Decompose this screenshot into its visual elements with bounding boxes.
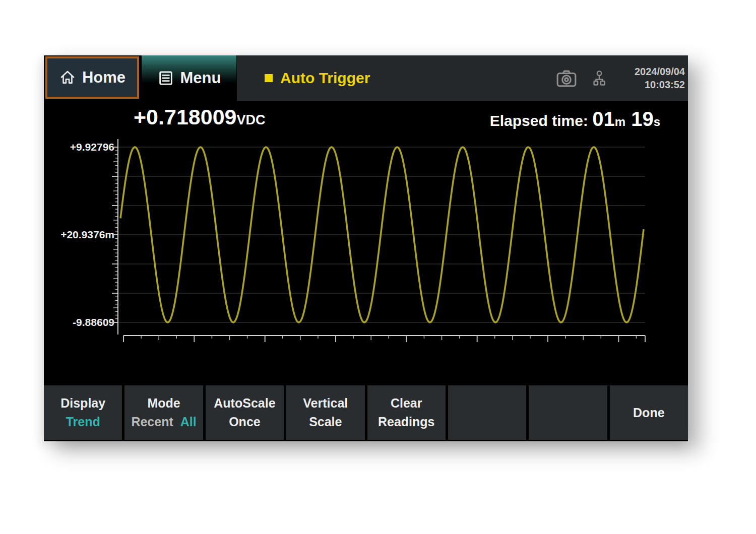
elapsed-minutes-unit: m	[615, 115, 625, 128]
list-icon	[157, 70, 174, 87]
measurement-value: +0.718009	[134, 105, 236, 129]
top-bar: Home Menu Auto Trigger	[44, 55, 688, 101]
trigger-status: Auto Trigger	[265, 55, 370, 101]
elapsed-seconds: 19	[631, 108, 654, 130]
page: { "header": { "home_label": "Home", "men…	[0, 0, 756, 534]
softkey-line: Scale	[305, 413, 345, 431]
softkey-done[interactable]: Done	[610, 385, 688, 440]
menu-label: Menu	[180, 69, 221, 87]
softkey-mode[interactable]: ModeRecentAll	[124, 385, 203, 440]
softkey-line: RecentAll	[128, 413, 200, 431]
softkey-line: Readings	[374, 413, 438, 431]
measurement-readout: +0.718009VDC	[134, 105, 265, 129]
trigger-label: Auto Trigger	[280, 70, 370, 87]
softkey-line: Vertical	[299, 394, 351, 413]
datetime-display: 2024/09/04 10:03:52	[604, 65, 685, 91]
camera-icon[interactable]	[555, 69, 578, 91]
softkey-display[interactable]: DisplayTrend	[44, 385, 122, 440]
softkey-empty-2	[529, 385, 607, 440]
softkey-line: AutoScale	[210, 394, 279, 413]
softkey-line: Done	[629, 404, 668, 422]
elapsed-label: Elapsed time:	[490, 112, 588, 129]
softkey-line: Display	[57, 394, 109, 413]
trend-chart	[44, 136, 688, 358]
softkey-line: Clear	[387, 394, 426, 413]
home-button[interactable]: Home	[45, 56, 139, 99]
date-text: 2024/09/04	[604, 65, 685, 78]
softkey-line: Mode	[144, 394, 183, 413]
dmm-screen: Home Menu Auto Trigger	[44, 55, 688, 441]
square-bullet-icon	[265, 74, 273, 82]
softkey-line: Once	[225, 413, 264, 431]
time-text: 10:03:52	[604, 78, 685, 91]
home-label: Home	[82, 69, 125, 87]
home-icon	[59, 69, 76, 86]
measurement-unit: VDC	[236, 112, 265, 127]
softkey-empty-1	[448, 385, 526, 440]
softkey-line: Trend	[62, 413, 104, 431]
softkey-autoscale-once[interactable]: AutoScaleOnce	[206, 385, 284, 440]
elapsed-seconds-unit: s	[654, 115, 660, 128]
softkey-vertical-scale[interactable]: VerticalScale	[286, 385, 364, 440]
softkey-clear-readings[interactable]: ClearReadings	[367, 385, 446, 440]
elapsed-minutes: 01	[592, 108, 615, 130]
softkey-bar: DisplayTrendModeRecentAllAutoScaleOnceVe…	[44, 385, 688, 440]
elapsed-time: Elapsed time: 01m 19s	[490, 108, 660, 130]
menu-button[interactable]: Menu	[142, 55, 236, 101]
